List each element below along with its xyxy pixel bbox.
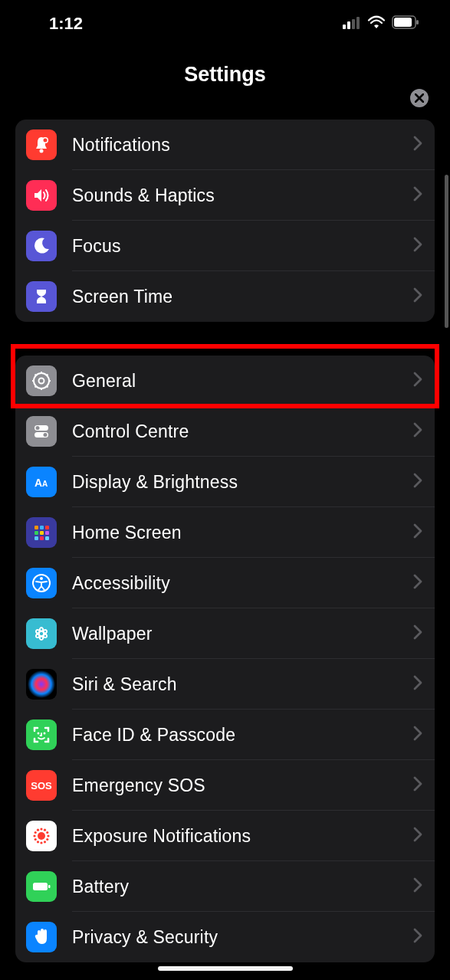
svg-point-9 xyxy=(44,139,48,143)
settings-row-faceid[interactable]: Face ID & Passcode xyxy=(15,710,435,760)
svg-point-45 xyxy=(44,733,46,735)
aa-icon: AA xyxy=(26,467,57,497)
svg-point-49 xyxy=(46,838,48,841)
settings-row-label: Home Screen xyxy=(72,523,413,543)
flower-icon xyxy=(26,618,57,649)
chevron-right-icon xyxy=(413,877,422,896)
chevron-right-icon xyxy=(413,237,422,255)
chevron-right-icon xyxy=(413,287,422,306)
settings-row-label: General xyxy=(72,371,413,392)
settings-row-sounds[interactable]: Sounds & Haptics xyxy=(15,170,435,221)
settings-row-label: Notifications xyxy=(72,135,413,156)
scrollbar[interactable] xyxy=(445,175,448,328)
settings-row-sos[interactable]: SOSEmergency SOS xyxy=(15,760,435,811)
settings-row-homescreen[interactable]: Home Screen xyxy=(15,507,435,558)
svg-rect-33 xyxy=(40,536,44,540)
settings-row-controlcentre[interactable]: Control Centre xyxy=(15,406,435,457)
siri-icon xyxy=(26,669,57,700)
settings-row-privacy[interactable]: Privacy & Security xyxy=(15,912,435,962)
settings-row-label: Wallpaper xyxy=(72,624,413,644)
settings-row-label: Face ID & Passcode xyxy=(72,725,413,746)
settings-row-battery[interactable]: Battery xyxy=(15,861,435,912)
settings-row-exposure[interactable]: Exposure Notifications xyxy=(15,811,435,861)
svg-point-40 xyxy=(39,628,44,640)
speaker-wave-icon xyxy=(26,180,57,211)
svg-rect-6 xyxy=(416,20,419,25)
svg-rect-61 xyxy=(48,885,51,888)
gear-icon xyxy=(26,365,57,396)
settings-row-label: Siri & Search xyxy=(72,674,413,695)
chevron-right-icon xyxy=(413,675,422,693)
svg-point-23 xyxy=(44,433,48,437)
svg-rect-30 xyxy=(40,531,44,535)
settings-row-general[interactable]: General xyxy=(15,356,435,406)
settings-row-label: Accessibility xyxy=(72,573,413,594)
svg-point-52 xyxy=(37,841,39,843)
chevron-right-icon xyxy=(413,624,422,643)
settings-row-label: Focus xyxy=(72,236,413,257)
battery-icon xyxy=(26,871,57,902)
chevron-right-icon xyxy=(413,186,422,205)
svg-point-57 xyxy=(40,828,42,830)
close-icon[interactable] xyxy=(410,89,429,107)
settings-row-notifications[interactable]: Notifications xyxy=(15,120,435,170)
svg-point-47 xyxy=(38,832,45,840)
svg-rect-29 xyxy=(34,531,38,535)
battery-icon xyxy=(392,14,419,34)
wifi-icon xyxy=(367,14,386,34)
settings-row-accessibility[interactable]: Accessibility xyxy=(15,558,435,608)
settings-row-siri[interactable]: Siri & Search xyxy=(15,659,435,710)
page-header: Settings xyxy=(0,41,450,107)
chevron-right-icon xyxy=(413,776,422,795)
svg-rect-32 xyxy=(34,536,38,540)
svg-point-50 xyxy=(44,841,46,843)
status-indicators xyxy=(343,14,419,34)
settings-list[interactable]: NotificationsSounds & HapticsFocusScreen… xyxy=(0,107,450,972)
home-indicator[interactable] xyxy=(158,966,293,971)
settings-row-label: Emergency SOS xyxy=(72,775,413,796)
svg-text:A: A xyxy=(42,480,48,488)
chevron-right-icon xyxy=(413,726,422,744)
bell-badge-icon xyxy=(26,129,57,160)
settings-row-screentime[interactable]: Screen Time xyxy=(15,271,435,322)
svg-rect-31 xyxy=(45,531,49,535)
svg-rect-60 xyxy=(33,883,48,890)
switches-icon xyxy=(26,416,57,447)
exposure-icon xyxy=(26,821,57,851)
status-time: 1:12 xyxy=(49,14,83,34)
svg-point-55 xyxy=(34,831,37,834)
svg-rect-3 xyxy=(356,17,360,29)
hourglass-icon xyxy=(26,281,57,312)
settings-row-label: Exposure Notifications xyxy=(72,826,413,847)
chevron-right-icon xyxy=(413,473,422,491)
svg-point-21 xyxy=(36,426,40,430)
moon-icon xyxy=(26,231,57,261)
settings-section: NotificationsSounds & HapticsFocusScreen… xyxy=(15,120,435,322)
svg-point-53 xyxy=(34,838,37,841)
hand-icon xyxy=(26,922,57,952)
svg-rect-27 xyxy=(40,526,44,529)
grid-apps-icon xyxy=(26,517,57,548)
svg-point-11 xyxy=(39,379,44,384)
settings-row-label: Display & Brightness xyxy=(72,472,413,493)
settings-row-label: Privacy & Security xyxy=(72,927,413,948)
settings-row-focus[interactable]: Focus xyxy=(15,221,435,271)
svg-rect-5 xyxy=(394,18,412,27)
settings-row-label: Battery xyxy=(72,877,413,897)
svg-text:A: A xyxy=(34,477,42,489)
settings-row-display[interactable]: AADisplay & Brightness xyxy=(15,457,435,507)
chevron-right-icon xyxy=(413,523,422,542)
svg-point-48 xyxy=(47,834,49,837)
svg-rect-1 xyxy=(347,21,350,29)
settings-row-label: Screen Time xyxy=(72,287,413,307)
settings-row-wallpaper[interactable]: Wallpaper xyxy=(15,608,435,659)
chevron-right-icon xyxy=(413,928,422,946)
page-title: Settings xyxy=(184,63,266,87)
svg-rect-28 xyxy=(45,526,49,529)
chevron-right-icon xyxy=(413,372,422,390)
cellular-icon xyxy=(343,14,361,34)
svg-point-51 xyxy=(40,841,42,844)
svg-point-59 xyxy=(46,831,48,834)
svg-rect-26 xyxy=(34,526,38,529)
faceid-icon xyxy=(26,719,57,750)
